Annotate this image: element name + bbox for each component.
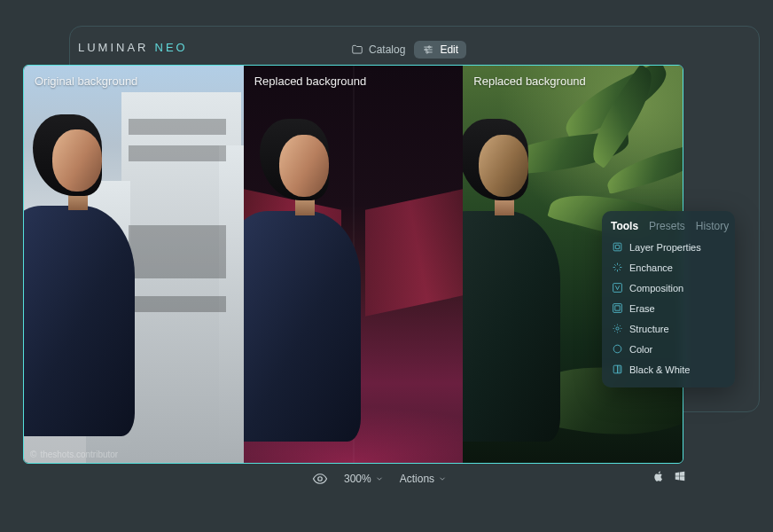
compare-view: Original background Replaced background …: [23, 65, 683, 464]
composition-icon: [612, 282, 623, 293]
tab-history[interactable]: History: [696, 220, 729, 232]
catalog-button[interactable]: Catalog: [351, 43, 405, 56]
tool-layer[interactable]: Layer Properties: [611, 239, 726, 254]
svg-point-2: [426, 51, 428, 53]
tool-label: Composition: [629, 283, 683, 293]
eye-icon: [312, 471, 328, 487]
platform-icons: [652, 470, 686, 482]
chevron-down-icon: [375, 474, 384, 483]
tunnel-background: [244, 66, 464, 463]
bw-icon: [612, 364, 623, 375]
color-icon: [612, 343, 623, 355]
sparkle-icon: [612, 262, 623, 273]
windows-icon: [674, 470, 686, 482]
caption-original: Original background: [35, 74, 137, 88]
app-logo: LUMINAR NEO: [78, 41, 188, 54]
zoom-value: 300%: [344, 473, 371, 485]
bottom-bar: 300% Actions: [0, 471, 773, 489]
tool-label: Erase: [629, 303, 655, 314]
tool-label: Structure: [629, 324, 669, 334]
tool-label: Black & White: [629, 364, 690, 375]
tool-structure[interactable]: Structure: [611, 321, 726, 336]
structure-icon: [612, 323, 623, 334]
tool-label: Enchance: [629, 262, 673, 273]
photo-credit: theshots.contributor: [30, 450, 118, 459]
catalog-label: Catalog: [369, 43, 405, 56]
edit-label: Edit: [440, 43, 458, 56]
tab-presets[interactable]: Presets: [649, 220, 685, 232]
caption-replaced-2: Replaced background: [473, 74, 585, 88]
visibility-toggle[interactable]: [312, 471, 328, 487]
compare-col-original: Original background: [24, 66, 244, 463]
logo-text-2: NEO: [155, 41, 188, 54]
edit-button[interactable]: Edit: [414, 41, 466, 59]
chevron-down-icon: [438, 474, 447, 483]
sliders-icon: [422, 43, 434, 56]
svg-point-8: [613, 345, 621, 353]
svg-point-10: [318, 477, 323, 481]
zoom-control[interactable]: 300%: [344, 473, 384, 485]
city-background: [24, 66, 244, 463]
tool-label: Color: [629, 344, 652, 355]
svg-rect-4: [615, 245, 619, 248]
tools-panel: Tools Presets History Layer PropertiesEn…: [602, 211, 735, 387]
svg-rect-5: [613, 284, 622, 293]
svg-point-7: [616, 327, 619, 330]
apple-icon: [652, 470, 665, 482]
layer-icon: [612, 241, 623, 253]
actions-label: Actions: [400, 473, 434, 485]
erase-icon: [612, 302, 623, 314]
tool-label: Layer Properties: [629, 242, 701, 253]
logo-text-1: LUMINAR: [78, 41, 149, 54]
tab-tools[interactable]: Tools: [611, 220, 638, 232]
actions-menu[interactable]: Actions: [400, 473, 447, 485]
folder-icon: [351, 43, 363, 56]
tool-composition[interactable]: Composition: [611, 280, 726, 295]
svg-rect-3: [613, 243, 621, 251]
tools-tabs: Tools Presets History: [611, 220, 726, 232]
compare-col-replaced-1: Replaced background: [244, 66, 464, 463]
tool-list: Layer PropertiesEnchanceCompositionErase…: [611, 239, 726, 377]
tool-erase[interactable]: Erase: [611, 301, 726, 316]
tool-sparkle[interactable]: Enchance: [611, 260, 726, 275]
svg-rect-6: [613, 304, 622, 313]
tool-color[interactable]: Color: [611, 341, 726, 356]
tool-bw[interactable]: Black & White: [611, 362, 726, 377]
caption-replaced-1: Replaced background: [254, 74, 366, 88]
